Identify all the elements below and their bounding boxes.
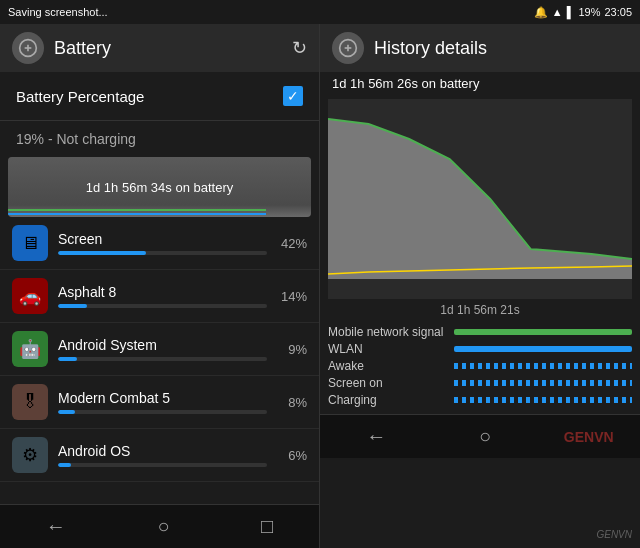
history-row-awake: Awake bbox=[328, 359, 632, 373]
wlan-label: WLAN bbox=[328, 342, 448, 356]
right-panel-inner: History details 1d 1h 56m 26s on battery bbox=[320, 24, 640, 548]
logo-area: GENVN bbox=[564, 429, 614, 445]
asphalt-bar-container bbox=[58, 304, 267, 308]
screen-bar bbox=[58, 251, 146, 255]
android-os-info: Android OS bbox=[58, 443, 267, 467]
charging-status: 19% - Not charging bbox=[0, 121, 319, 157]
left-nav-bar: ← ○ □ bbox=[0, 504, 319, 548]
charging-label: Charging bbox=[328, 393, 448, 407]
left-panel-header: Battery ↻ bbox=[0, 24, 319, 72]
home-button[interactable]: ○ bbox=[137, 507, 189, 546]
battery-text: 19% bbox=[578, 6, 600, 18]
logo-text: GENVN bbox=[564, 429, 614, 445]
android-os-percent: 6% bbox=[277, 448, 307, 463]
android-system-bar bbox=[58, 357, 77, 361]
left-panel-title: Battery bbox=[54, 38, 282, 59]
saving-text: Saving screenshot... bbox=[8, 6, 108, 18]
android-os-name: Android OS bbox=[58, 443, 267, 459]
screen-name: Screen bbox=[58, 231, 267, 247]
chart-green-line bbox=[8, 209, 266, 211]
main-content: Battery ↻ Battery Percentage ✓ 19% - Not… bbox=[0, 24, 640, 548]
left-panel: Battery ↻ Battery Percentage ✓ 19% - Not… bbox=[0, 24, 320, 548]
battery-chart: 1d 1h 56m 34s on battery bbox=[8, 157, 311, 217]
chart-label: 1d 1h 56m 34s on battery bbox=[86, 180, 233, 195]
battery-percentage-checkbox[interactable]: ✓ bbox=[283, 86, 303, 106]
status-right: 🔔 ▲ ▌ 19% 23:05 bbox=[534, 6, 632, 19]
battery-percentage-row[interactable]: Battery Percentage ✓ bbox=[0, 72, 319, 121]
screen-info: Screen bbox=[58, 231, 267, 255]
asphalt-info: Asphalt 8 bbox=[58, 284, 267, 308]
mobile-signal-label: Mobile network signal bbox=[328, 325, 448, 339]
notification-icon: 🔔 bbox=[534, 6, 548, 19]
history-details: Mobile network signal WLAN Awake Screen … bbox=[320, 321, 640, 414]
back-button[interactable]: ← bbox=[26, 507, 86, 546]
asphalt-name: Asphalt 8 bbox=[58, 284, 267, 300]
watermark: GENVN bbox=[596, 529, 632, 540]
history-icon bbox=[332, 32, 364, 64]
android-system-bar-container bbox=[58, 357, 267, 361]
battery-icon bbox=[12, 32, 44, 64]
asphalt-icon: 🚗 bbox=[12, 278, 48, 314]
android-system-percent: 9% bbox=[277, 342, 307, 357]
screen-icon: 🖥 bbox=[12, 225, 48, 261]
asphalt-percent: 14% bbox=[277, 289, 307, 304]
status-bar: Saving screenshot... 🔔 ▲ ▌ 19% 23:05 bbox=[0, 0, 640, 24]
time-text: 23:05 bbox=[604, 6, 632, 18]
wifi-icon: ▲ bbox=[552, 6, 563, 18]
status-left: Saving screenshot... bbox=[8, 6, 108, 18]
screen-on-label: Screen on bbox=[328, 376, 448, 390]
history-chart bbox=[328, 99, 632, 299]
chart-bottom-label: 1d 1h 56m 21s bbox=[320, 299, 640, 321]
android-os-bar bbox=[58, 463, 71, 467]
list-item[interactable]: 🚗 Asphalt 8 14% bbox=[0, 270, 319, 323]
android-os-bar-container bbox=[58, 463, 267, 467]
list-item[interactable]: ⚙ Android OS 6% bbox=[0, 429, 319, 482]
refresh-button[interactable]: ↻ bbox=[292, 37, 307, 59]
history-chart-svg bbox=[328, 99, 632, 299]
history-row-mobile: Mobile network signal bbox=[328, 325, 632, 339]
right-home-button[interactable]: ○ bbox=[459, 417, 511, 456]
wlan-bar bbox=[454, 346, 632, 352]
android-system-info: Android System bbox=[58, 337, 267, 361]
combat-percent: 8% bbox=[277, 395, 307, 410]
right-panel: History details 1d 1h 56m 26s on battery bbox=[320, 24, 640, 548]
awake-bar bbox=[454, 363, 632, 369]
app-list: 🖥 Screen 42% 🚗 Asphalt 8 14% bbox=[0, 217, 319, 504]
android-system-icon: 🤖 bbox=[12, 331, 48, 367]
asphalt-bar bbox=[58, 304, 87, 308]
battery-percentage-label: Battery Percentage bbox=[16, 88, 144, 105]
android-os-icon: ⚙ bbox=[12, 437, 48, 473]
list-item[interactable]: 🤖 Android System 9% bbox=[0, 323, 319, 376]
history-panel-header: History details bbox=[320, 24, 640, 72]
right-nav-bar: ← ○ GENVN bbox=[320, 414, 640, 458]
awake-label: Awake bbox=[328, 359, 448, 373]
combat-name: Modern Combat 5 bbox=[58, 390, 267, 406]
history-row-screen-on: Screen on bbox=[328, 376, 632, 390]
history-row-charging: Charging bbox=[328, 393, 632, 407]
combat-info: Modern Combat 5 bbox=[58, 390, 267, 414]
recent-button[interactable]: □ bbox=[241, 507, 293, 546]
history-row-wlan: WLAN bbox=[328, 342, 632, 356]
screen-on-bar bbox=[454, 380, 632, 386]
screen-percent: 42% bbox=[277, 236, 307, 251]
mobile-signal-bar bbox=[454, 329, 632, 335]
combat-bar-container bbox=[58, 410, 267, 414]
android-system-name: Android System bbox=[58, 337, 267, 353]
charging-bar bbox=[454, 397, 632, 403]
history-title: History details bbox=[374, 38, 628, 59]
right-back-button[interactable]: ← bbox=[346, 417, 406, 456]
history-subtitle: 1d 1h 56m 26s on battery bbox=[320, 72, 640, 99]
combat-icon: 🎖 bbox=[12, 384, 48, 420]
screen-bar-container bbox=[58, 251, 267, 255]
list-item[interactable]: 🖥 Screen 42% bbox=[0, 217, 319, 270]
signal-icon: ▌ bbox=[567, 6, 575, 18]
combat-bar bbox=[58, 410, 75, 414]
list-item[interactable]: 🎖 Modern Combat 5 8% bbox=[0, 376, 319, 429]
chart-blue-line bbox=[8, 213, 266, 215]
